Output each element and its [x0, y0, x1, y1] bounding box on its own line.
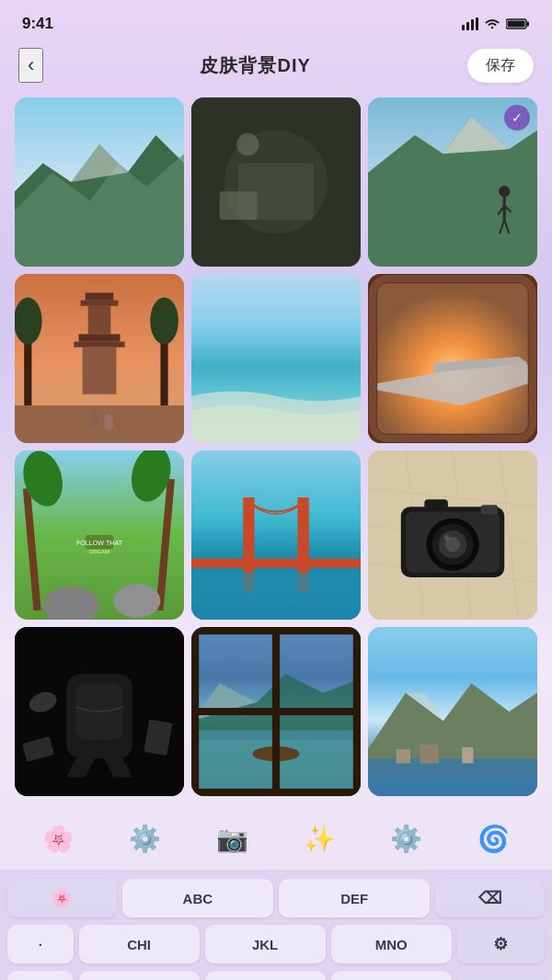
svg-rect-3	[476, 17, 478, 30]
svg-rect-59	[191, 573, 361, 620]
key-dot[interactable]: ·	[7, 925, 74, 963]
keyboard-row-3: 1 PQRS TUV WXYZ ↵	[7, 971, 545, 980]
sticker-item-5[interactable]: ⚙️	[386, 818, 427, 859]
photo-selected-check: ✓	[504, 105, 530, 131]
svg-rect-87	[368, 758, 537, 796]
sticker-item-1[interactable]: 🌸	[38, 818, 78, 859]
photo-item-9[interactable]	[368, 450, 537, 620]
svg-rect-5	[527, 22, 530, 27]
photo-item-7[interactable]: FOLLOW THAT DREAM	[15, 450, 184, 620]
svg-rect-1	[466, 22, 469, 30]
wifi-icon	[484, 17, 500, 30]
svg-rect-88	[397, 749, 410, 763]
key-tuv[interactable]: TUV	[205, 971, 326, 980]
svg-point-20	[499, 186, 510, 197]
photo-item-6[interactable]	[368, 274, 537, 443]
svg-rect-58	[191, 559, 361, 568]
photo-item-10[interactable]	[15, 627, 184, 796]
svg-point-38	[90, 412, 99, 427]
svg-rect-33	[15, 405, 184, 443]
svg-point-39	[104, 414, 113, 430]
photo-item-5[interactable]	[191, 274, 361, 443]
svg-point-67	[444, 535, 450, 541]
key-backspace[interactable]: ⌫	[435, 879, 545, 917]
photo-item-8[interactable]	[191, 450, 361, 620]
keyboard-row-2: · CHI JKL MNO ⚙	[7, 925, 545, 963]
status-bar: 9:41	[0, 0, 552, 40]
svg-rect-2	[471, 19, 474, 30]
key-settings[interactable]: ⚙	[457, 925, 545, 963]
svg-rect-28	[81, 301, 119, 306]
photo-item-2[interactable]	[191, 97, 361, 267]
key-chi[interactable]: CHI	[79, 925, 200, 963]
svg-rect-89	[420, 745, 438, 763]
svg-rect-0	[462, 25, 465, 30]
keyboard: 🌸 ABC DEF ⌫ · CHI JKL MNO ⚙ 1 PQRS TUV W…	[0, 870, 552, 980]
key-return[interactable]: ↵	[457, 971, 545, 980]
svg-point-51	[113, 584, 160, 618]
sticker-row: 🌸 ⚙️ 📷 ✨ ⚙️ 🌀	[0, 811, 552, 866]
sticker-item-3[interactable]: 📷	[213, 818, 253, 859]
key-wxyz[interactable]: WXYZ	[331, 971, 452, 980]
key-def[interactable]: DEF	[279, 879, 430, 917]
svg-rect-69	[481, 505, 498, 514]
photo-item-11[interactable]	[191, 627, 361, 796]
save-button[interactable]: 保存	[467, 49, 534, 83]
key-jkl[interactable]: JKL	[205, 925, 326, 963]
svg-rect-31	[74, 342, 124, 348]
photo-item-4[interactable]	[15, 274, 184, 443]
photo-item-12[interactable]	[368, 627, 537, 796]
header: ‹ 皮肤背景DIY 保存	[0, 40, 552, 94]
svg-rect-32	[83, 348, 117, 394]
svg-rect-15	[220, 191, 258, 220]
signal-icon	[462, 17, 478, 30]
key-one[interactable]: 1	[7, 971, 74, 980]
key-emoji[interactable]: 🌸	[7, 879, 117, 917]
photo-item-3[interactable]: ✓	[368, 97, 537, 267]
svg-text:DREAM: DREAM	[89, 548, 109, 554]
svg-rect-90	[462, 747, 473, 763]
svg-rect-30	[79, 334, 121, 341]
svg-rect-27	[86, 292, 114, 300]
key-abc[interactable]: ABC	[122, 879, 273, 917]
svg-rect-68	[424, 499, 448, 510]
status-time: 9:41	[22, 15, 53, 33]
battery-icon	[506, 17, 530, 30]
svg-rect-29	[88, 306, 111, 335]
key-mno[interactable]: MNO	[331, 925, 452, 963]
svg-text:FOLLOW THAT: FOLLOW THAT	[76, 540, 123, 547]
page-title: 皮肤背景DIY	[200, 53, 310, 78]
svg-point-37	[150, 298, 178, 345]
photo-grid: ✓	[0, 94, 552, 807]
svg-point-16	[236, 133, 259, 156]
sticker-item-6[interactable]: 🌀	[474, 818, 514, 859]
back-button[interactable]: ‹	[18, 48, 43, 83]
sticker-item-2[interactable]: ⚙️	[125, 818, 166, 859]
photo-item-1[interactable]	[15, 97, 184, 267]
keyboard-row-1: 🌸 ABC DEF ⌫	[7, 879, 545, 917]
svg-point-35	[15, 298, 42, 345]
key-pqrs[interactable]: PQRS	[79, 971, 200, 980]
status-icons	[462, 17, 530, 30]
sticker-item-4[interactable]: ✨	[299, 818, 339, 859]
svg-rect-6	[508, 21, 525, 28]
